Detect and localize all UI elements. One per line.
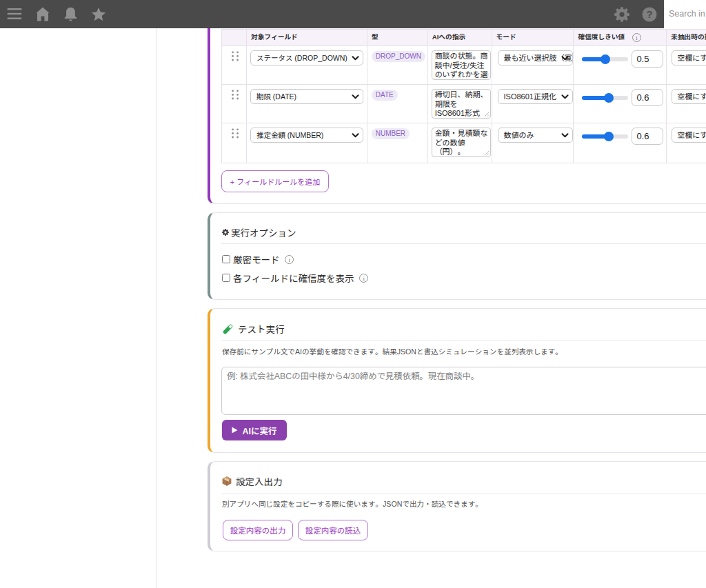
- svg-text:?: ?: [646, 8, 652, 20]
